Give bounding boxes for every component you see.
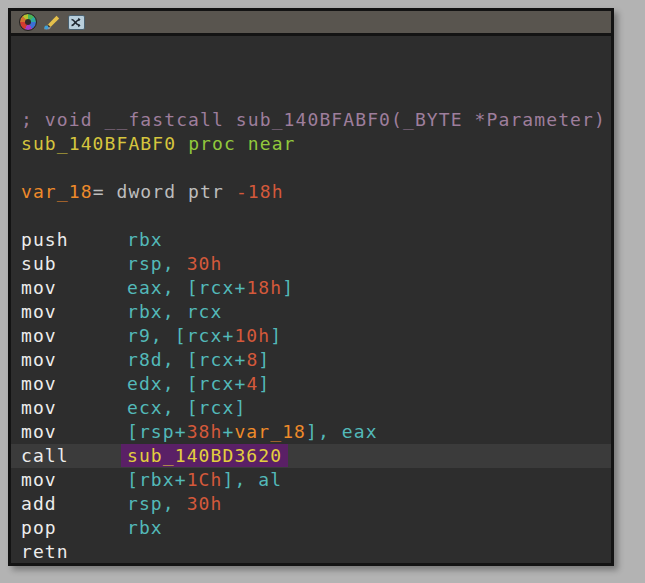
- code-line[interactable]: [11, 156, 611, 180]
- code-token: call: [21, 444, 127, 468]
- code-token: ecx, [rcx]: [127, 397, 246, 418]
- code-token: edx, [rcx+: [127, 373, 246, 394]
- code-line[interactable]: subrsp, 30h: [11, 252, 611, 276]
- code-token: 4: [246, 373, 258, 394]
- code-token: 18h: [246, 277, 282, 298]
- code-token: mov: [21, 468, 127, 492]
- code-token: var_18: [234, 421, 306, 442]
- code-token: eax, [rcx+: [127, 277, 246, 298]
- code-token: add: [21, 492, 127, 516]
- code-token: mov: [21, 420, 127, 444]
- code-token: -18h: [236, 181, 284, 202]
- code-area[interactable]: ; void __fastcall sub_140BFABF0(_BYTE *P…: [11, 36, 611, 564]
- code-token: 30h: [187, 493, 223, 514]
- code-line[interactable]: movr8d, [rcx+8]: [11, 348, 611, 372]
- code-token: rbx: [127, 229, 163, 250]
- code-line[interactable]: mov[rbx+1Ch], al: [11, 468, 611, 492]
- code-token: [rbx+: [127, 469, 187, 490]
- edit-pencil-icon[interactable]: [43, 14, 61, 30]
- window-titlebar: [11, 11, 611, 36]
- call-target-highlight[interactable]: sub_140BD3620: [121, 444, 288, 467]
- code-token: [rsp+: [127, 421, 187, 442]
- code-line[interactable]: movrbx, rcx: [11, 300, 611, 324]
- code-token: mov: [21, 324, 127, 348]
- code-token: retn: [21, 540, 127, 564]
- current-line[interactable]: callsub_140BD3620: [11, 444, 611, 468]
- code-token: mov: [21, 348, 127, 372]
- code-token: sub_140BFABF0: [21, 133, 176, 154]
- code-token: +: [223, 421, 235, 442]
- code-token: rsp,: [127, 493, 187, 514]
- code-token: push: [21, 228, 127, 252]
- code-token: 38h: [187, 421, 223, 442]
- code-line[interactable]: retn: [11, 540, 611, 564]
- code-line[interactable]: [11, 204, 611, 228]
- disassembly-window: ; void __fastcall sub_140BFABF0(_BYTE *P…: [8, 8, 614, 566]
- code-token: 10h: [234, 325, 270, 346]
- code-token: ], al: [223, 469, 283, 490]
- code-token: var_18: [21, 181, 93, 202]
- code-line[interactable]: movr9, [rcx+10h]: [11, 324, 611, 348]
- code-token: mov: [21, 372, 127, 396]
- code-line[interactable]: addrsp, 30h: [11, 492, 611, 516]
- code-line[interactable]: [11, 60, 611, 84]
- code-token: ]: [258, 349, 270, 370]
- code-line[interactable]: sub_140BFABF0 proc near: [11, 132, 611, 156]
- code-token: 1Ch: [187, 469, 223, 490]
- code-token: r8d, [rcx+: [127, 349, 246, 370]
- code-token: ]: [258, 373, 270, 394]
- code-line[interactable]: pushrbx: [11, 228, 611, 252]
- code-token: dword ptr: [117, 181, 236, 202]
- switch-view-icon[interactable]: [68, 15, 85, 30]
- code-line[interactable]: movedx, [rcx+4]: [11, 372, 611, 396]
- code-token: rbx: [127, 517, 163, 538]
- code-line[interactable]: var_18= dword ptr -18h: [11, 180, 611, 204]
- code-token: rsp,: [127, 253, 187, 274]
- code-line[interactable]: [11, 84, 611, 108]
- code-token: ]: [270, 325, 282, 346]
- code-token: ]: [282, 277, 294, 298]
- code-token: ], eax: [306, 421, 378, 442]
- code-token: 30h: [187, 253, 223, 274]
- code-line[interactable]: moveax, [rcx+18h]: [11, 276, 611, 300]
- code-line[interactable]: [11, 36, 611, 60]
- desktop: { "colors": { "desktop_bg": "#b3b3b3", "…: [0, 0, 645, 583]
- code-line[interactable]: ; void __fastcall sub_140BFABF0(_BYTE *P…: [11, 108, 611, 132]
- code-line[interactable]: movecx, [rcx]: [11, 396, 611, 420]
- code-token: mov: [21, 276, 127, 300]
- code-token: mov: [21, 300, 127, 324]
- code-line[interactable]: poprbx: [11, 516, 611, 540]
- code-token: [176, 133, 188, 154]
- color-wheel-icon[interactable]: [20, 14, 36, 30]
- code-token: proc near: [188, 133, 295, 154]
- code-token: r9, [rcx+: [127, 325, 234, 346]
- code-token: pop: [21, 516, 127, 540]
- code-token: mov: [21, 396, 127, 420]
- code-token: rbx, rcx: [127, 301, 223, 322]
- code-line[interactable]: mov[rsp+38h+var_18], eax: [11, 420, 611, 444]
- code-token: 8: [246, 349, 258, 370]
- code-token: =: [93, 181, 117, 202]
- code-token: sub: [21, 252, 127, 276]
- code-token: ; void __fastcall sub_140BFABF0(_BYTE *P…: [21, 109, 606, 130]
